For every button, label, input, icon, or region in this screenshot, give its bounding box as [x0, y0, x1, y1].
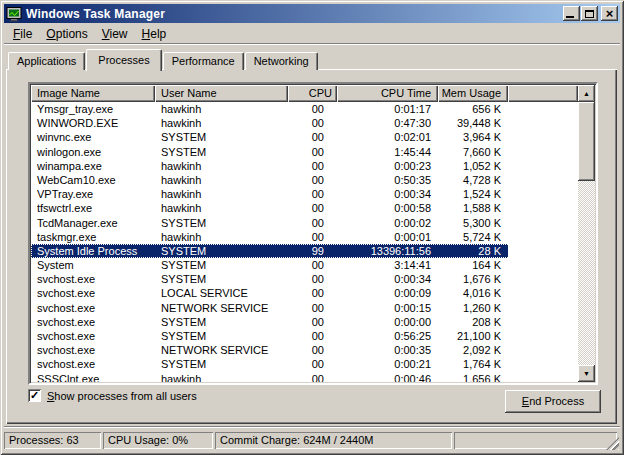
cell-mem-usage: 1,524 K [438, 187, 508, 201]
table-row[interactable]: WebCam10.exe hawkinh 00 0:50:35 4,728 K [31, 173, 578, 187]
cell-mem-usage: 21,100 K [438, 329, 508, 343]
menu-file-label: ile [20, 27, 32, 41]
cell-user-name: SYSTEM [155, 329, 288, 343]
end-process-button[interactable]: End Process [505, 390, 601, 413]
table-row[interactable]: svchost.exe SYSTEM 00 0:00:21 1,764 K [31, 357, 578, 371]
table-row[interactable]: tfswctrl.exe hawkinh 00 0:00:58 1,588 K [31, 201, 578, 215]
cell-cpu: 00 [288, 145, 337, 159]
cell-filler [508, 216, 578, 230]
cell-cpu-time: 0:47:30 [337, 116, 438, 130]
cell-cpu-time: 1:45:44 [337, 145, 438, 159]
cell-cpu-time: 0:00:34 [337, 272, 438, 286]
cell-filler [508, 102, 578, 116]
table-row[interactable]: WINWORD.EXE hawkinh 00 0:47:30 39,448 K [31, 116, 578, 130]
maximize-icon [585, 10, 594, 18]
vertical-scrollbar[interactable]: ▲ ▼ [578, 85, 595, 382]
minimize-icon [566, 16, 574, 18]
cell-mem-usage: 1,764 K [438, 357, 508, 371]
table-row[interactable]: svchost.exe SYSTEM 00 0:56:25 21,100 K [31, 329, 578, 343]
menu-view[interactable]: View [95, 25, 135, 43]
header-user-name[interactable]: User Name [155, 85, 288, 102]
header-image-name[interactable]: Image Name [31, 85, 155, 102]
cell-cpu-time: 0:00:01 [337, 230, 438, 244]
cell-mem-usage: 656 K [438, 102, 508, 116]
cell-mem-usage: 1,260 K [438, 301, 508, 315]
scroll-up-button[interactable]: ▲ [578, 85, 595, 102]
tab-label: Processes [98, 54, 149, 66]
cell-cpu-time: 0:02:01 [337, 130, 438, 144]
menu-file[interactable]: File [6, 25, 39, 43]
header-cpu[interactable]: CPU [288, 85, 337, 102]
cell-user-name: SYSTEM [155, 130, 288, 144]
cell-filler [508, 301, 578, 315]
tab-strip: Applications Processes Performance Netwo… [8, 49, 319, 70]
show-all-users-text: how processes from all users [54, 390, 196, 402]
cell-image-name: TcdManager.exe [31, 216, 155, 230]
table-row[interactable]: svchost.exe LOCAL SERVICE 00 0:00:09 4,0… [31, 286, 578, 300]
show-all-users-checkbox[interactable]: ✓ [28, 389, 41, 402]
cell-user-name: SYSTEM [155, 258, 288, 272]
window-title: Windows Task Manager [26, 7, 562, 21]
table-row[interactable]: System Idle Process SYSTEM 99 13396:11:5… [31, 244, 578, 258]
list-header: Image Name User Name CPU CPU Time Mem Us… [31, 85, 578, 102]
table-row[interactable]: winampa.exe hawkinh 00 0:00:23 1,052 K [31, 159, 578, 173]
cell-cpu: 00 [288, 130, 337, 144]
cell-mem-usage: 5,300 K [438, 216, 508, 230]
table-row[interactable]: SSSClnt.exe hawkinh 00 0:00:46 1,656 K [31, 372, 578, 382]
header-cpu-time[interactable]: CPU Time [337, 85, 438, 102]
cell-image-name: winvnc.exe [31, 130, 155, 144]
tab[interactable]: Applications [8, 52, 85, 70]
process-list: Image Name User Name CPU CPU Time Mem Us… [28, 82, 598, 385]
cell-user-name: SYSTEM [155, 272, 288, 286]
task-manager-window: Windows Task Manager × File Options View… [0, 0, 624, 455]
cell-cpu: 00 [288, 372, 337, 382]
table-row[interactable]: winlogon.exe SYSTEM 00 1:45:44 7,660 K [31, 145, 578, 159]
status-cpu-usage: CPU Usage: 0% [103, 432, 213, 449]
cell-cpu: 00 [288, 272, 337, 286]
table-row[interactable]: VPTray.exe hawkinh 00 0:00:34 1,524 K [31, 187, 578, 201]
title-bar[interactable]: Windows Task Manager × [4, 4, 620, 23]
cell-filler [508, 201, 578, 215]
table-row[interactable]: svchost.exe SYSTEM 00 0:00:34 1,676 K [31, 272, 578, 286]
process-list-main: Image Name User Name CPU CPU Time Mem Us… [31, 85, 578, 382]
header-mem-usage[interactable]: Mem Usage [438, 85, 508, 102]
menu-options-label: ptions [56, 27, 88, 41]
table-row[interactable]: taskmgr.exe hawkinh 00 0:00:01 5,724 K [31, 230, 578, 244]
cell-cpu: 00 [288, 329, 337, 343]
menu-help[interactable]: Help [135, 25, 174, 43]
table-row[interactable]: TcdManager.exe SYSTEM 00 0:00:02 5,300 K [31, 216, 578, 230]
tab[interactable]: Networking [245, 52, 318, 70]
table-row[interactable]: svchost.exe NETWORK SERVICE 00 0:00:35 2… [31, 343, 578, 357]
menu-options[interactable]: Options [39, 25, 94, 43]
close-button[interactable]: × [601, 6, 618, 21]
scrollbar-thumb[interactable] [578, 102, 595, 181]
cell-cpu-time: 0:00:21 [337, 357, 438, 371]
status-processes: Processes: 63 [4, 432, 101, 449]
tab[interactable]: Processes [86, 49, 161, 71]
cell-mem-usage: 1,656 K [438, 372, 508, 382]
cell-image-name: winampa.exe [31, 159, 155, 173]
maximize-button[interactable] [581, 6, 598, 21]
cell-cpu: 00 [288, 216, 337, 230]
cell-user-name: SYSTEM [155, 216, 288, 230]
header-filler [508, 85, 578, 102]
cell-cpu: 00 [288, 173, 337, 187]
show-all-users-label[interactable]: Show processes from all users [47, 390, 197, 402]
scrollbar-track[interactable] [578, 181, 595, 365]
table-row[interactable]: Ymsgr_tray.exe hawkinh 00 0:01:17 656 K [31, 102, 578, 116]
table-row[interactable]: svchost.exe NETWORK SERVICE 00 0:00:15 1… [31, 301, 578, 315]
cell-mem-usage: 4,016 K [438, 286, 508, 300]
scroll-down-button[interactable]: ▼ [578, 365, 595, 382]
cell-cpu: 99 [288, 244, 337, 258]
table-row[interactable]: winvnc.exe SYSTEM 00 0:02:01 3,964 K [31, 130, 578, 144]
cell-user-name: hawkinh [155, 187, 288, 201]
tab[interactable]: Performance [163, 52, 244, 70]
table-row[interactable]: svchost.exe SYSTEM 00 0:00:00 208 K [31, 315, 578, 329]
cell-filler [508, 315, 578, 329]
table-row[interactable]: System SYSTEM 00 3:14:41 164 K [31, 258, 578, 272]
cell-image-name: svchost.exe [31, 301, 155, 315]
tab-label: Performance [172, 55, 235, 67]
cell-cpu: 00 [288, 258, 337, 272]
cell-mem-usage: 5,724 K [438, 230, 508, 244]
minimize-button[interactable] [563, 6, 580, 21]
